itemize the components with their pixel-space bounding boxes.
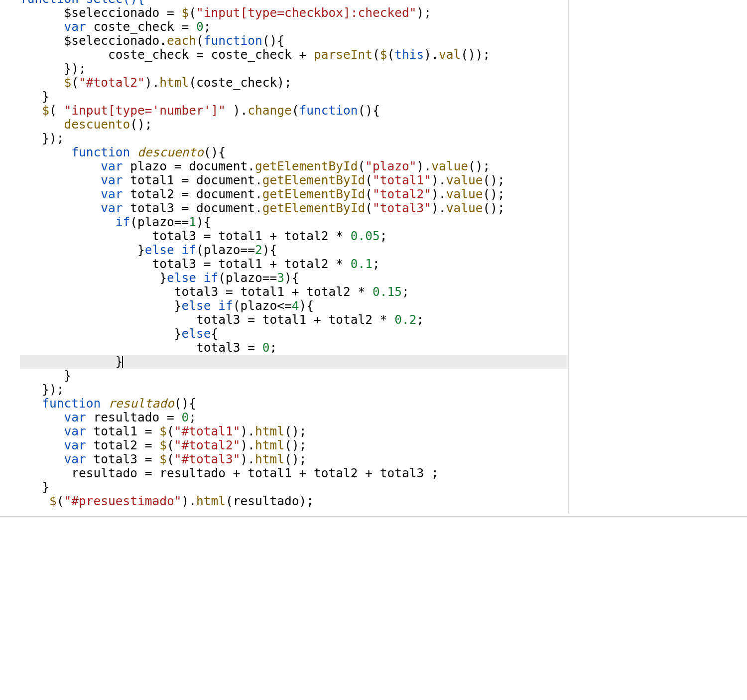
code-token [174,243,182,257]
code-token: change [248,103,292,118]
code-token: ). [431,187,446,201]
code-line[interactable]: $("#total2").html(coste_check); [20,76,568,90]
code-line[interactable]: var total2 = document.getElementById("to… [20,187,568,201]
code-line[interactable]: } [20,355,568,369]
code-line[interactable]: $( "input[type='number']" ).change(funct… [20,104,568,118]
code-token [86,201,101,215]
code-token: $seleccionado = [64,5,182,20]
code-token: function [42,396,101,411]
code-line[interactable]: resultado = resultado + total1 + total2 … [20,466,568,480]
code-token: total3 = total1 + total2 * [174,284,373,299]
code-token: "total3" [373,201,431,215]
code-line[interactable]: } [20,90,568,104]
code-line[interactable]: $seleccionado.each(function(){ [20,34,568,48]
code-token: ; [270,340,277,355]
code-token: { [211,326,219,341]
code-token: "input[type='number']" [64,103,226,118]
code-line[interactable]: var coste_check = 0; [20,20,568,34]
code-token [86,187,101,201]
code-token: ( [189,5,196,20]
code-line[interactable]: var total1 = $("#total1").html(); [20,424,568,438]
code-line[interactable]: var total3 = document.getElementById("to… [20,201,568,215]
code-token: var [64,438,86,452]
code-token: ; [417,312,424,327]
code-token: html [255,452,284,466]
code-line[interactable]: total3 = total1 + total2 * 0.1; [20,257,568,271]
code-line[interactable]: }); [20,132,568,145]
code-token [108,215,116,229]
code-token: (){ [174,396,196,411]
code-token: $ [380,47,387,62]
code-line[interactable]: }else if(plazo==2){ [20,243,568,257]
code-line[interactable]: } [20,480,568,494]
code-line[interactable]: }); [20,383,568,397]
code-line[interactable]: total3 = total1 + total2 * 0.2; [20,313,568,327]
code-token: ( [57,494,64,508]
code-token: else [182,326,211,341]
code-token: ( [365,173,373,187]
code-token: (resultado); [226,494,314,508]
code-token: (plazo== [196,243,255,257]
code-token: ( [373,47,380,62]
code-token: resultado = [86,410,182,424]
code-token: } [42,480,49,494]
code-line[interactable]: total3 = total1 + total2 * 0.15; [20,285,568,299]
code-token: (); [284,438,306,452]
code-token: ; [373,257,380,271]
code-token: $ [64,75,72,90]
code-line[interactable]: function resultado(){ [20,397,568,411]
code-token: ). [417,159,432,173]
code-area[interactable]: function selec(){ $seleccionado = $("inp… [20,0,568,513]
code-token: if [204,271,219,285]
code-token: } [174,298,182,313]
code-token: var [101,187,123,201]
code-token: var [101,201,123,215]
code-line[interactable]: }else if(plazo<=4){ [20,299,568,313]
code-token: parseInt [314,47,373,62]
code-line[interactable]: }else if(plazo==3){ [20,271,568,285]
code-token: 0.15 [373,284,402,299]
code-token: (); [483,173,504,187]
code-token: (); [284,424,306,438]
code-line[interactable]: total3 = total1 + total2 * 0.05; [20,229,568,243]
code-line[interactable]: descuento(); [20,118,568,132]
code-editor[interactable]: function selec(){ $seleccionado = $("inp… [0,0,747,513]
code-token: (){ [262,33,284,48]
code-token: descuento [137,145,204,159]
code-line[interactable]: } [20,369,568,383]
code-line[interactable]: $seleccionado = $("input[type=checkbox]:… [20,6,568,20]
code-token: $ [159,452,167,466]
code-token: "#total2" [174,438,241,452]
code-line[interactable]: $("#presuestimado").html(resultado); [20,494,568,508]
code-token: $ [159,424,167,438]
code-token: (); [130,117,152,132]
code-line[interactable]: total3 = 0; [20,341,568,355]
code-token: ( [196,33,204,48]
code-line[interactable]: var total2 = $("#total2").html(); [20,438,568,452]
code-token: html [255,438,284,452]
code-token: ( [292,103,299,118]
code-token: ( [167,424,174,438]
code-line[interactable]: var total3 = $("#total3").html(); [20,452,568,466]
code-token: ; [204,19,211,34]
code-line[interactable]: function descuento(){ [20,145,568,159]
code-token: $ [182,5,189,20]
code-token: (plazo== [130,215,189,229]
code-token [211,298,219,313]
code-token [86,173,101,187]
code-line[interactable]: var plazo = document.getElementById("pla… [20,159,568,173]
code-line[interactable]: if(plazo==1){ [20,215,568,229]
code-token: (); [483,201,504,215]
code-line[interactable]: }else{ [20,327,568,341]
code-line[interactable]: var resultado = 0; [20,411,568,424]
code-line[interactable]: coste_check = coste_check + parseInt($(t… [20,48,568,62]
code-line[interactable]: }); [20,62,568,76]
code-token [130,145,137,159]
code-token [101,396,108,411]
code-token: html [255,424,284,438]
code-token: var [64,410,86,424]
code-line[interactable]: var total1 = document.getElementById("to… [20,173,568,187]
code-token: ( [365,187,373,201]
code-token [64,145,72,159]
code-token: ); [417,5,432,20]
